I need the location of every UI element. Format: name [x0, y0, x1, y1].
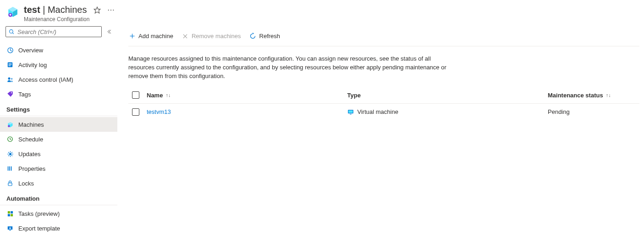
svg-line-25	[11, 155, 12, 156]
sort-icon: ↑↓	[165, 92, 171, 98]
page-title: test | Machines	[24, 5, 87, 15]
sort-icon: ↑↓	[606, 92, 611, 98]
sidebar: Overview Activity log Access control (IA…	[0, 26, 117, 242]
svg-rect-33	[11, 211, 13, 213]
col-status[interactable]: Maintenance status ↑↓	[548, 92, 639, 99]
command-bar: Add machine Remove machines Refresh	[128, 26, 639, 46]
cell-type-text: Virtual machine	[358, 108, 398, 115]
page-header: test | Machines ⋯ Maintenance Configurat…	[0, 0, 644, 26]
sidebar-item-label: Tasks (preview)	[18, 210, 60, 217]
more-ellipsis-icon[interactable]: ⋯	[107, 6, 115, 14]
sidebar-item-overview[interactable]: Overview	[0, 43, 117, 57]
tasks-icon	[6, 210, 14, 217]
cell-status-text: Pending	[548, 108, 570, 115]
svg-rect-35	[11, 214, 13, 216]
sidebar-collapse-icon[interactable]	[106, 29, 112, 34]
locks-icon	[6, 180, 14, 187]
sidebar-item-updates[interactable]: Updates	[0, 146, 117, 161]
schedule-icon	[6, 135, 14, 143]
sidebar-item-label: Locks	[18, 180, 34, 187]
svg-point-14	[11, 92, 12, 93]
svg-marker-4	[94, 7, 100, 13]
svg-line-24	[8, 152, 9, 153]
sidebar-item-export-template[interactable]: Export template	[0, 221, 117, 236]
x-icon	[182, 33, 189, 40]
sidebar-item-label: Tags	[18, 91, 31, 98]
svg-rect-31	[8, 183, 12, 186]
svg-rect-43	[348, 110, 352, 113]
page-description: Manage resources assigned to this mainte…	[128, 46, 458, 87]
sidebar-item-access-control[interactable]: Access control (IAM)	[0, 72, 117, 87]
remove-machines-button: Remove machines	[182, 33, 241, 40]
svg-rect-10	[9, 64, 12, 65]
main-content: Add machine Remove machines Refresh Mana…	[117, 26, 644, 242]
plus-icon	[128, 33, 136, 40]
search-icon	[9, 29, 15, 35]
svg-point-13	[11, 78, 12, 79]
access-control-icon	[6, 76, 14, 83]
select-all-checkbox[interactable]	[132, 91, 139, 99]
sidebar-item-label: Properties	[18, 165, 45, 172]
svg-rect-30	[11, 166, 12, 170]
sidebar-search-input[interactable]	[17, 28, 99, 35]
row-checkbox[interactable]	[132, 108, 139, 116]
svg-rect-9	[9, 63, 12, 64]
toolbar-label: Refresh	[259, 33, 281, 39]
svg-rect-28	[8, 166, 9, 170]
resource-link[interactable]: testvm13	[147, 108, 171, 115]
favorite-star-icon[interactable]	[94, 6, 101, 14]
machines-table: Name ↑↓ Type Maintenance status ↑↓ testv…	[128, 87, 639, 120]
sidebar-item-label: Export template	[18, 225, 60, 232]
virtual-machine-icon	[347, 109, 354, 115]
sidebar-section-automation: Automation	[0, 191, 117, 205]
tags-icon	[6, 90, 14, 98]
svg-line-27	[11, 152, 12, 153]
table-row: testvm13 Virtual machine Pending	[128, 104, 639, 120]
svg-line-6	[12, 33, 14, 34]
col-type[interactable]: Type	[347, 92, 548, 99]
svg-rect-32	[7, 211, 10, 213]
sidebar-item-label: Overview	[18, 47, 43, 54]
sidebar-item-label: Schedule	[18, 136, 43, 143]
refresh-icon	[249, 33, 257, 40]
sidebar-item-label: Activity log	[18, 62, 47, 68]
refresh-button[interactable]: Refresh	[249, 33, 281, 40]
properties-icon	[6, 165, 14, 172]
sidebar-item-machines[interactable]: Machines	[0, 117, 117, 132]
sidebar-item-label: Updates	[18, 151, 40, 158]
sidebar-section-settings: Settings	[0, 101, 117, 116]
svg-rect-44	[350, 114, 352, 114]
sidebar-item-locks[interactable]: Locks	[0, 176, 117, 191]
svg-rect-11	[9, 66, 11, 66]
svg-line-26	[8, 155, 9, 156]
machines-icon	[6, 121, 14, 128]
sidebar-item-label: Machines	[18, 121, 44, 128]
activity-log-icon	[6, 61, 14, 68]
sidebar-item-label: Access control (IAM)	[18, 76, 73, 83]
toolbar-label: Add machine	[138, 33, 173, 39]
updates-icon	[6, 150, 14, 158]
sidebar-search[interactable]	[6, 26, 102, 37]
sidebar-item-properties[interactable]: Properties	[0, 161, 117, 176]
svg-point-12	[8, 77, 10, 79]
sidebar-item-tasks[interactable]: Tasks (preview)	[0, 206, 117, 221]
overview-icon	[6, 46, 14, 54]
svg-rect-37	[9, 230, 11, 231]
page-subtitle: Maintenance Configuration	[24, 16, 115, 23]
svg-point-17	[8, 125, 10, 127]
sidebar-item-tags[interactable]: Tags	[0, 87, 117, 101]
col-name[interactable]: Name ↑↓	[147, 92, 347, 99]
svg-point-19	[9, 153, 11, 155]
sidebar-item-activity-log[interactable]: Activity log	[0, 57, 117, 72]
export-template-icon	[6, 225, 14, 232]
sidebar-item-schedule[interactable]: Schedule	[0, 132, 117, 146]
resource-type-icon	[6, 6, 19, 18]
table-header-row: Name ↑↓ Type Maintenance status ↑↓	[128, 87, 639, 104]
svg-rect-34	[7, 214, 10, 216]
svg-rect-29	[9, 166, 10, 170]
add-machine-button[interactable]: Add machine	[128, 33, 173, 40]
svg-point-5	[10, 29, 13, 33]
toolbar-label: Remove machines	[192, 33, 241, 39]
